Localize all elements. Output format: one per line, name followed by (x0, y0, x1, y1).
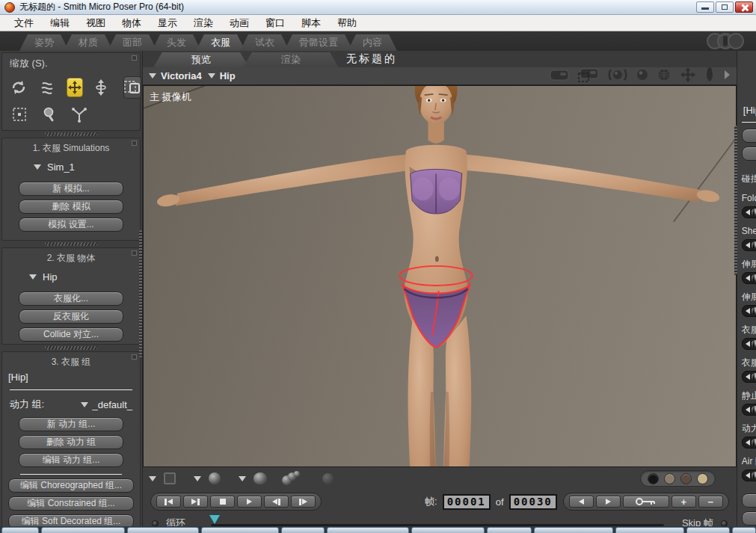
foreground-color-swatch[interactable] (648, 473, 659, 484)
dropdown-arrow-icon[interactable] (194, 476, 201, 481)
menu-file[interactable]: 文件 (6, 15, 42, 31)
panel-resize-grip[interactable] (734, 126, 737, 275)
reset-button[interactable]: 重置 (742, 511, 756, 526)
figure-selector[interactable]: Victoria4 (149, 70, 202, 81)
menu-edit[interactable]: 编辑 (42, 15, 78, 31)
axis-tripod-tool-icon[interactable] (70, 105, 89, 124)
next-frame-button[interactable] (291, 496, 316, 508)
face-camera-icon[interactable] (550, 68, 569, 84)
strip-button[interactable] (487, 527, 532, 533)
strip-button[interactable] (281, 527, 325, 533)
shadow-color-swatch[interactable] (680, 473, 692, 484)
play-simulation-button[interactable]: 播放 模拟 (742, 147, 756, 161)
strip-button[interactable] (1, 527, 39, 533)
strip-button[interactable] (615, 527, 684, 533)
static-friction-dial[interactable] (742, 404, 756, 416)
translate-inout-tool-icon[interactable] (93, 78, 108, 97)
self-friction-dial[interactable] (742, 371, 756, 383)
timeline-marker[interactable] (209, 515, 220, 524)
new-dynamic-group-button[interactable]: 新 动力 组... (19, 417, 123, 431)
menu-animation[interactable]: 动画 (221, 15, 257, 31)
delete-simulation-button[interactable]: 删除 模拟 (19, 200, 123, 214)
calculate-simulation-button[interactable]: 计算 模拟 (742, 129, 756, 143)
tab-face[interactable]: 面部 (108, 34, 157, 51)
panel-menu-icon[interactable] (132, 250, 137, 256)
edit-constrained-group-button[interactable]: 编辑 Constrained 组... (8, 496, 134, 511)
sphere-camera-icon[interactable] (636, 69, 648, 84)
box-style-icon[interactable] (164, 472, 176, 484)
tab-preview[interactable]: 预览 (153, 52, 249, 67)
strip-button[interactable] (127, 527, 199, 533)
current-frame-field[interactable]: 00001 (443, 494, 491, 510)
edit-choreographed-group-button[interactable]: 编辑 Choreographed 组... (8, 478, 134, 493)
panel-menu-icon[interactable] (132, 354, 137, 360)
close-button[interactable] (735, 1, 753, 13)
delete-dynamic-group-button[interactable]: 删除 动力 组 (19, 435, 123, 449)
palette-grip[interactable] (45, 346, 97, 350)
last-frame-button[interactable] (183, 496, 208, 508)
edit-keyframes-button[interactable] (623, 496, 669, 508)
viewport-3d[interactable]: 主 摄像机 (143, 85, 737, 467)
chevron-right-icon[interactable] (723, 70, 731, 83)
add-keyframe-button[interactable]: + (672, 496, 696, 508)
cloth-density-dial[interactable] (742, 338, 756, 350)
strip-button[interactable] (41, 527, 125, 533)
next-key-button[interactable] (596, 496, 621, 508)
hand-camera-icon[interactable] (705, 67, 714, 86)
unclothify-button[interactable]: 反衣服化 (19, 309, 123, 324)
shaded-style-icon[interactable] (253, 472, 267, 484)
sim-selector[interactable]: Sim_1 (2, 161, 140, 173)
new-simulation-button[interactable]: 新 模拟... (19, 182, 123, 196)
dropdown-arrow-icon[interactable] (239, 476, 246, 481)
menu-window[interactable]: 窗口 (257, 15, 293, 31)
shear-resistance-dial[interactable] (742, 239, 756, 251)
clear-simulation-button[interactable]: 清除 模拟 (742, 493, 756, 508)
menu-scripts[interactable]: 脚本 (293, 15, 329, 31)
cloth-object-selector[interactable]: Hip (2, 271, 140, 283)
stretch-damping-dial[interactable] (742, 305, 756, 317)
face-camera-selected-icon[interactable] (578, 67, 599, 85)
tab-fitting[interactable]: 试衣 (240, 34, 289, 51)
bodypart-selector[interactable]: Hip (208, 70, 236, 81)
fold-resistance-dial[interactable] (742, 206, 756, 218)
restore-button[interactable] (716, 1, 734, 13)
strip-button[interactable] (534, 527, 613, 533)
camera-plane-tool-icon[interactable] (123, 76, 141, 99)
tab-render[interactable]: 渲染 (243, 52, 339, 67)
palette-grip[interactable] (45, 132, 97, 136)
region-select-tool-icon[interactable] (10, 105, 29, 124)
tab-content[interactable]: 内容 (348, 34, 397, 51)
dim-sphere-icon[interactable] (322, 473, 334, 484)
strip-button[interactable] (686, 527, 730, 533)
multi-sphere-icon[interactable] (282, 471, 303, 486)
camera-name-label[interactable]: 主 摄像机 (150, 90, 191, 104)
menu-display[interactable]: 显示 (150, 15, 185, 31)
clothify-button[interactable]: 衣服化... (19, 292, 123, 306)
translate-tool-icon[interactable] (67, 78, 83, 97)
dynamic-group-selector[interactable]: 动力 组: _default_ (2, 398, 140, 411)
delete-keyframe-button[interactable]: − (698, 496, 723, 508)
menu-help[interactable]: 帮助 (329, 15, 365, 31)
panel-menu-icon[interactable] (132, 55, 137, 61)
strip-button[interactable] (327, 527, 409, 533)
minimize-button[interactable] (696, 1, 714, 13)
panel-menu-icon[interactable] (132, 141, 137, 146)
background-color-swatch[interactable] (664, 473, 675, 484)
tab-cloth[interactable]: 衣服 (196, 34, 245, 51)
rotate-tool-icon[interactable] (10, 78, 28, 97)
menu-render[interactable]: 渲染 (185, 15, 221, 31)
tab-material[interactable]: 材质 (64, 34, 113, 51)
menu-view[interactable]: 视图 (78, 15, 114, 31)
stop-button[interactable] (210, 496, 235, 508)
trackball-camera-icon[interactable] (608, 68, 627, 84)
stretch-resistance-dial[interactable] (742, 272, 756, 284)
edit-dynamic-group-button[interactable]: 编辑 动力 组... (19, 453, 123, 467)
tab-hair[interactable]: 头发 (152, 34, 201, 51)
strip-button[interactable] (411, 527, 485, 533)
tab-pose[interactable]: 姿势 (19, 34, 69, 51)
ground-color-swatch[interactable] (697, 473, 708, 484)
move-cross-icon[interactable] (680, 67, 696, 86)
dynamic-friction-dial[interactable] (742, 437, 756, 449)
panel-resize-grip[interactable] (139, 230, 142, 357)
air-damping-dial[interactable] (742, 469, 756, 481)
